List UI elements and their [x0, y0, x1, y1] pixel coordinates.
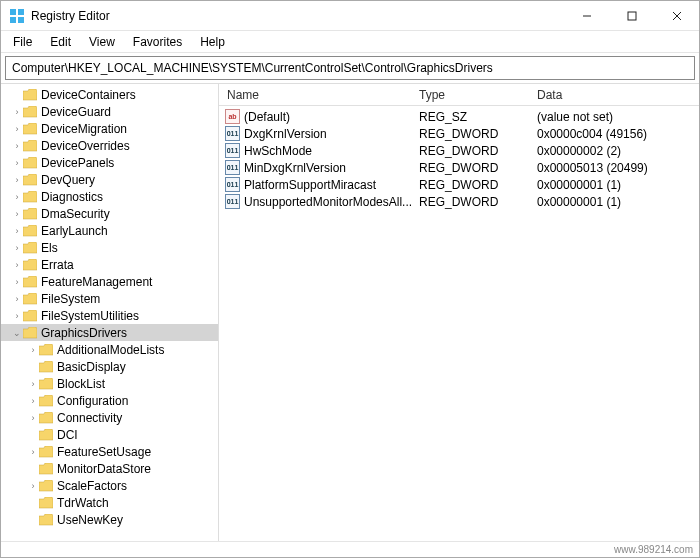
folder-icon	[23, 106, 37, 118]
menu-edit[interactable]: Edit	[42, 33, 79, 51]
column-header-name[interactable]: Name	[219, 84, 419, 105]
chevron-right-icon[interactable]: ›	[11, 124, 23, 134]
minimize-button[interactable]	[564, 1, 609, 30]
chevron-right-icon[interactable]: ›	[11, 277, 23, 287]
folder-icon	[23, 225, 37, 237]
menubar: File Edit View Favorites Help	[1, 31, 699, 53]
tree-item-earlylaunch[interactable]: ›EarlyLaunch	[1, 222, 218, 239]
tree-item-additionalmodelists[interactable]: ›AdditionalModeLists	[1, 341, 218, 358]
menu-favorites[interactable]: Favorites	[125, 33, 190, 51]
app-icon	[9, 8, 25, 24]
tree-item-usenewkey[interactable]: ·UseNewKey	[1, 511, 218, 528]
chevron-right-icon[interactable]: ›	[27, 447, 39, 457]
address-bar[interactable]: Computer\HKEY_LOCAL_MACHINE\SYSTEM\Curre…	[5, 56, 695, 80]
value-type: REG_DWORD	[419, 127, 537, 141]
maximize-button[interactable]	[609, 1, 654, 30]
chevron-right-icon[interactable]: ›	[11, 209, 23, 219]
value-type: REG_DWORD	[419, 144, 537, 158]
spacer: ·	[27, 498, 39, 508]
tree-item-diagnostics[interactable]: ›Diagnostics	[1, 188, 218, 205]
folder-icon	[23, 293, 37, 305]
tree-item-label: Diagnostics	[41, 190, 103, 204]
folder-icon	[39, 429, 53, 441]
folder-icon	[23, 191, 37, 203]
chevron-right-icon[interactable]: ›	[11, 243, 23, 253]
folder-icon	[23, 276, 37, 288]
svg-rect-3	[18, 17, 24, 23]
chevron-right-icon[interactable]: ›	[11, 141, 23, 151]
tree-item-errata[interactable]: ›Errata	[1, 256, 218, 273]
tree-item-devicecontainers[interactable]: ·DeviceContainers	[1, 86, 218, 103]
tree-item-scalefactors[interactable]: ›ScaleFactors	[1, 477, 218, 494]
tree-item-deviceoverrides[interactable]: ›DeviceOverrides	[1, 137, 218, 154]
window-controls	[564, 1, 699, 30]
value-row[interactable]: 011UnsupportedMonitorModesAll...REG_DWOR…	[219, 193, 699, 210]
chevron-right-icon[interactable]: ›	[11, 226, 23, 236]
tree-item-connectivity[interactable]: ›Connectivity	[1, 409, 218, 426]
tree-item-blocklist[interactable]: ›BlockList	[1, 375, 218, 392]
tree-item-basicdisplay[interactable]: ·BasicDisplay	[1, 358, 218, 375]
chevron-right-icon[interactable]: ›	[27, 345, 39, 355]
chevron-right-icon[interactable]: ›	[27, 379, 39, 389]
value-row[interactable]: 011MinDxgKrnlVersionREG_DWORD0x00005013 …	[219, 159, 699, 176]
value-row[interactable]: 011DxgKrnlVersionREG_DWORD0x0000c004 (49…	[219, 125, 699, 142]
menu-file[interactable]: File	[5, 33, 40, 51]
chevron-right-icon[interactable]: ›	[11, 294, 23, 304]
menu-view[interactable]: View	[81, 33, 123, 51]
value-name: MinDxgKrnlVersion	[244, 161, 346, 175]
tree-pane[interactable]: ·DeviceContainers›DeviceGuard›DeviceMigr…	[1, 84, 219, 541]
address-text: Computer\HKEY_LOCAL_MACHINE\SYSTEM\Curre…	[12, 61, 493, 75]
tree-item-monitordatastore[interactable]: ·MonitorDataStore	[1, 460, 218, 477]
chevron-right-icon[interactable]: ›	[27, 396, 39, 406]
folder-icon	[39, 497, 53, 509]
tree-item-deviceguard[interactable]: ›DeviceGuard	[1, 103, 218, 120]
column-header-data[interactable]: Data	[537, 84, 699, 105]
tree-item-tdrwatch[interactable]: ·TdrWatch	[1, 494, 218, 511]
value-row[interactable]: 011PlatformSupportMiracastREG_DWORD0x000…	[219, 176, 699, 193]
folder-icon	[39, 344, 53, 356]
value-type: REG_SZ	[419, 110, 537, 124]
value-row[interactable]: ab(Default)REG_SZ(value not set)	[219, 108, 699, 125]
list-pane: Name Type Data ab(Default)REG_SZ(value n…	[219, 84, 699, 541]
spacer: ·	[27, 430, 39, 440]
value-name: PlatformSupportMiracast	[244, 178, 376, 192]
spacer: ·	[27, 362, 39, 372]
value-data: 0x00005013 (20499)	[537, 161, 699, 175]
tree-item-label: DevicePanels	[41, 156, 114, 170]
chevron-right-icon[interactable]: ›	[11, 311, 23, 321]
chevron-right-icon[interactable]: ›	[11, 260, 23, 270]
tree-item-devicemigration[interactable]: ›DeviceMigration	[1, 120, 218, 137]
tree-item-dmasecurity[interactable]: ›DmaSecurity	[1, 205, 218, 222]
folder-icon	[23, 123, 37, 135]
tree-item-dci[interactable]: ·DCI	[1, 426, 218, 443]
tree-item-label: AdditionalModeLists	[57, 343, 164, 357]
chevron-right-icon[interactable]: ›	[27, 413, 39, 423]
value-row[interactable]: 011HwSchModeREG_DWORD0x00000002 (2)	[219, 142, 699, 159]
tree-item-graphicsdrivers[interactable]: ⌄GraphicsDrivers	[1, 324, 218, 341]
close-button[interactable]	[654, 1, 699, 30]
tree-item-label: MonitorDataStore	[57, 462, 151, 476]
chevron-right-icon[interactable]: ›	[27, 481, 39, 491]
tree-item-configuration[interactable]: ›Configuration	[1, 392, 218, 409]
folder-icon	[39, 514, 53, 526]
tree-item-filesystem[interactable]: ›FileSystem	[1, 290, 218, 307]
tree-item-label: FileSystem	[41, 292, 100, 306]
folder-icon	[39, 395, 53, 407]
tree-item-label: DCI	[57, 428, 78, 442]
tree-item-featuremanagement[interactable]: ›FeatureManagement	[1, 273, 218, 290]
tree-item-featuresetusage[interactable]: ›FeatureSetUsage	[1, 443, 218, 460]
column-header-type[interactable]: Type	[419, 84, 537, 105]
chevron-right-icon[interactable]: ›	[11, 175, 23, 185]
tree-item-devquery[interactable]: ›DevQuery	[1, 171, 218, 188]
tree-item-filesystemutilities[interactable]: ›FileSystemUtilities	[1, 307, 218, 324]
chevron-right-icon[interactable]: ›	[11, 158, 23, 168]
chevron-right-icon[interactable]: ›	[11, 192, 23, 202]
menu-help[interactable]: Help	[192, 33, 233, 51]
tree-item-els[interactable]: ›Els	[1, 239, 218, 256]
chevron-down-icon[interactable]: ⌄	[11, 328, 23, 338]
tree-item-devicepanels[interactable]: ›DevicePanels	[1, 154, 218, 171]
chevron-right-icon[interactable]: ›	[11, 107, 23, 117]
value-data: 0x00000001 (1)	[537, 195, 699, 209]
tree-item-label: DmaSecurity	[41, 207, 110, 221]
folder-icon	[39, 412, 53, 424]
